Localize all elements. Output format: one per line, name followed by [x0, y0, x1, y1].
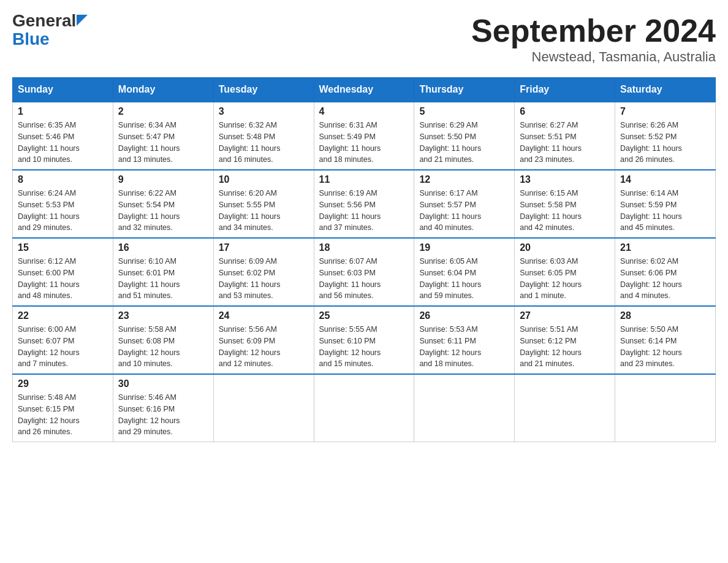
calendar-week-3: 15Sunrise: 6:12 AMSunset: 6:00 PMDayligh… — [13, 238, 716, 306]
day-info: Sunrise: 6:12 AMSunset: 6:00 PMDaylight:… — [18, 256, 108, 302]
calendar-header-row: Sunday Monday Tuesday Wednesday Thursday… — [13, 78, 716, 102]
day-number: 9 — [118, 174, 208, 185]
logo: General Blue — [12, 12, 88, 49]
table-row: 30Sunrise: 5:46 AMSunset: 6:16 PMDayligh… — [113, 374, 213, 442]
day-number: 12 — [419, 174, 509, 185]
day-number: 13 — [520, 174, 610, 185]
day-number: 27 — [520, 310, 610, 321]
day-info: Sunrise: 5:50 AMSunset: 6:14 PMDaylight:… — [620, 324, 710, 370]
month-title: September 2024 — [471, 12, 716, 49]
day-info: Sunrise: 5:51 AMSunset: 6:12 PMDaylight:… — [520, 324, 610, 370]
day-info: Sunrise: 5:56 AMSunset: 6:09 PMDaylight:… — [219, 324, 309, 370]
table-row: 14Sunrise: 6:14 AMSunset: 5:59 PMDayligh… — [615, 170, 716, 238]
day-info: Sunrise: 6:35 AMSunset: 5:46 PMDaylight:… — [18, 120, 108, 166]
day-info: Sunrise: 6:22 AMSunset: 5:54 PMDaylight:… — [118, 188, 208, 234]
table-row: 9Sunrise: 6:22 AMSunset: 5:54 PMDaylight… — [113, 170, 213, 238]
day-number: 14 — [620, 174, 710, 185]
day-number: 28 — [620, 310, 710, 321]
table-row: 22Sunrise: 6:00 AMSunset: 6:07 PMDayligh… — [13, 306, 113, 374]
day-number: 4 — [319, 106, 409, 117]
day-number: 7 — [620, 106, 710, 117]
day-number: 22 — [18, 310, 108, 321]
day-number: 26 — [419, 310, 509, 321]
table-row: 11Sunrise: 6:19 AMSunset: 5:56 PMDayligh… — [314, 170, 414, 238]
col-header-sunday: Sunday — [13, 78, 113, 102]
day-number: 1 — [18, 106, 108, 117]
calendar-week-5: 29Sunrise: 5:48 AMSunset: 6:15 PMDayligh… — [13, 374, 716, 442]
table-row — [615, 374, 716, 442]
day-number: 8 — [18, 174, 108, 185]
day-info: Sunrise: 5:46 AMSunset: 6:16 PMDaylight:… — [118, 392, 208, 438]
day-number: 23 — [118, 310, 208, 321]
calendar-week-2: 8Sunrise: 6:24 AMSunset: 5:53 PMDaylight… — [13, 170, 716, 238]
table-row: 23Sunrise: 5:58 AMSunset: 6:08 PMDayligh… — [113, 306, 213, 374]
col-header-wednesday: Wednesday — [314, 78, 414, 102]
logo-text-general: General — [12, 12, 76, 29]
table-row: 5Sunrise: 6:29 AMSunset: 5:50 PMDaylight… — [414, 102, 515, 170]
logo-arrow-icon — [77, 15, 88, 26]
day-number: 20 — [520, 242, 610, 253]
day-info: Sunrise: 6:29 AMSunset: 5:50 PMDaylight:… — [419, 120, 509, 166]
day-number: 3 — [219, 106, 309, 117]
table-row: 26Sunrise: 5:53 AMSunset: 6:11 PMDayligh… — [414, 306, 515, 374]
table-row: 8Sunrise: 6:24 AMSunset: 5:53 PMDaylight… — [13, 170, 113, 238]
table-row: 16Sunrise: 6:10 AMSunset: 6:01 PMDayligh… — [113, 238, 213, 306]
table-row: 10Sunrise: 6:20 AMSunset: 5:55 PMDayligh… — [213, 170, 314, 238]
table-row: 6Sunrise: 6:27 AMSunset: 5:51 PMDaylight… — [515, 102, 615, 170]
day-info: Sunrise: 6:10 AMSunset: 6:01 PMDaylight:… — [118, 256, 208, 302]
day-info: Sunrise: 5:53 AMSunset: 6:11 PMDaylight:… — [419, 324, 509, 370]
day-info: Sunrise: 6:26 AMSunset: 5:52 PMDaylight:… — [620, 120, 710, 166]
table-row: 28Sunrise: 5:50 AMSunset: 6:14 PMDayligh… — [615, 306, 716, 374]
day-info: Sunrise: 6:17 AMSunset: 5:57 PMDaylight:… — [419, 188, 509, 234]
day-info: Sunrise: 6:27 AMSunset: 5:51 PMDaylight:… — [520, 120, 610, 166]
col-header-tuesday: Tuesday — [213, 78, 314, 102]
day-info: Sunrise: 6:14 AMSunset: 5:59 PMDaylight:… — [620, 188, 710, 234]
day-info: Sunrise: 6:05 AMSunset: 6:04 PMDaylight:… — [419, 256, 509, 302]
day-info: Sunrise: 6:19 AMSunset: 5:56 PMDaylight:… — [319, 188, 409, 234]
day-info: Sunrise: 6:34 AMSunset: 5:47 PMDaylight:… — [118, 120, 208, 166]
day-number: 29 — [18, 378, 108, 389]
page-header: General Blue September 2024 Newstead, Ta… — [12, 12, 716, 65]
table-row: 18Sunrise: 6:07 AMSunset: 6:03 PMDayligh… — [314, 238, 414, 306]
day-info: Sunrise: 6:07 AMSunset: 6:03 PMDaylight:… — [319, 256, 409, 302]
day-info: Sunrise: 6:09 AMSunset: 6:02 PMDaylight:… — [219, 256, 309, 302]
calendar-week-1: 1Sunrise: 6:35 AMSunset: 5:46 PMDaylight… — [13, 102, 716, 170]
day-number: 6 — [520, 106, 610, 117]
table-row: 25Sunrise: 5:55 AMSunset: 6:10 PMDayligh… — [314, 306, 414, 374]
table-row: 15Sunrise: 6:12 AMSunset: 6:00 PMDayligh… — [13, 238, 113, 306]
day-number: 15 — [18, 242, 108, 253]
day-number: 24 — [219, 310, 309, 321]
day-number: 19 — [419, 242, 509, 253]
logo-text-blue: Blue — [12, 29, 50, 49]
day-number: 17 — [219, 242, 309, 253]
table-row: 21Sunrise: 6:02 AMSunset: 6:06 PMDayligh… — [615, 238, 716, 306]
table-row: 1Sunrise: 6:35 AMSunset: 5:46 PMDaylight… — [13, 102, 113, 170]
day-number: 25 — [319, 310, 409, 321]
day-number: 5 — [419, 106, 509, 117]
day-info: Sunrise: 6:20 AMSunset: 5:55 PMDaylight:… — [219, 188, 309, 234]
day-number: 18 — [319, 242, 409, 253]
table-row: 24Sunrise: 5:56 AMSunset: 6:09 PMDayligh… — [213, 306, 314, 374]
table-row: 7Sunrise: 6:26 AMSunset: 5:52 PMDaylight… — [615, 102, 716, 170]
day-number: 16 — [118, 242, 208, 253]
day-info: Sunrise: 6:03 AMSunset: 6:05 PMDaylight:… — [520, 256, 610, 302]
table-row: 27Sunrise: 5:51 AMSunset: 6:12 PMDayligh… — [515, 306, 615, 374]
svg-marker-0 — [77, 15, 88, 26]
col-header-friday: Friday — [515, 78, 615, 102]
day-info: Sunrise: 5:48 AMSunset: 6:15 PMDaylight:… — [18, 392, 108, 438]
table-row — [213, 374, 314, 442]
col-header-thursday: Thursday — [414, 78, 515, 102]
day-info: Sunrise: 6:24 AMSunset: 5:53 PMDaylight:… — [18, 188, 108, 234]
col-header-monday: Monday — [113, 78, 213, 102]
table-row: 20Sunrise: 6:03 AMSunset: 6:05 PMDayligh… — [515, 238, 615, 306]
table-row: 19Sunrise: 6:05 AMSunset: 6:04 PMDayligh… — [414, 238, 515, 306]
day-info: Sunrise: 5:58 AMSunset: 6:08 PMDaylight:… — [118, 324, 208, 370]
table-row: 29Sunrise: 5:48 AMSunset: 6:15 PMDayligh… — [13, 374, 113, 442]
day-number: 11 — [319, 174, 409, 185]
col-header-saturday: Saturday — [615, 78, 716, 102]
day-info: Sunrise: 6:15 AMSunset: 5:58 PMDaylight:… — [520, 188, 610, 234]
table-row: 2Sunrise: 6:34 AMSunset: 5:47 PMDaylight… — [113, 102, 213, 170]
calendar-week-4: 22Sunrise: 6:00 AMSunset: 6:07 PMDayligh… — [13, 306, 716, 374]
table-row — [414, 374, 515, 442]
day-info: Sunrise: 6:32 AMSunset: 5:48 PMDaylight:… — [219, 120, 309, 166]
